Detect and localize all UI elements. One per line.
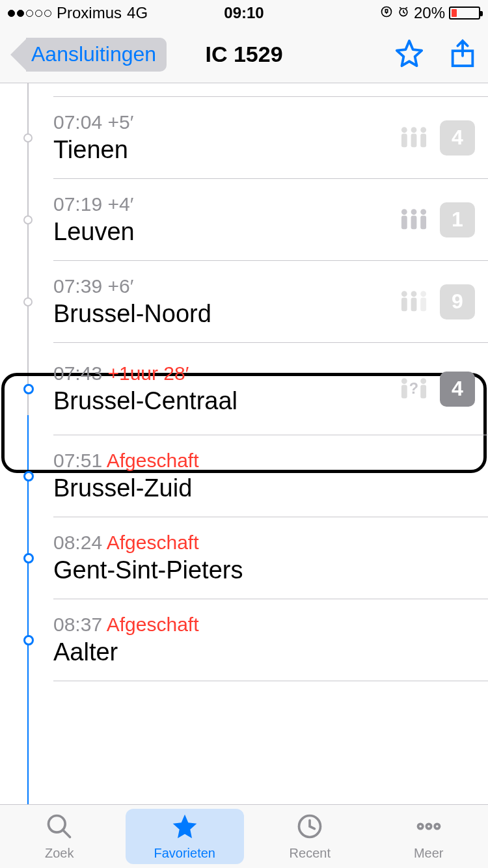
tab-label: Zoek xyxy=(45,846,74,861)
search-icon xyxy=(45,812,74,843)
stop-name-label: Brussel-Noord xyxy=(53,300,400,328)
stop-time-label: 08:24 Afgeschaft xyxy=(53,532,475,554)
svg-rect-12 xyxy=(411,215,417,229)
share-button[interactable] xyxy=(448,38,478,71)
favorite-button[interactable] xyxy=(394,38,424,71)
svg-point-7 xyxy=(420,127,426,133)
occupancy-icon: ? xyxy=(400,373,428,405)
platform-badge: 9 xyxy=(440,284,475,319)
signal-strength-icon xyxy=(8,10,51,17)
svg-rect-14 xyxy=(420,215,426,229)
stop-time-label: 08:37 Afgeschaft xyxy=(53,614,475,636)
stop-row[interactable]: 08:37 Afgeschaft Aalter xyxy=(53,599,488,681)
stop-row[interactable]: 07:43 +1uur 28′ Brussel-Centraal ? 4 xyxy=(53,343,488,435)
stop-time-label: 07:39 +6′ xyxy=(53,275,400,297)
stop-time-label: 07:43 +1uur 28′ xyxy=(53,362,400,385)
svg-rect-10 xyxy=(401,215,407,229)
stop-delay-label: +1uur 28′ xyxy=(107,362,189,384)
svg-point-3 xyxy=(401,127,407,133)
svg-point-30 xyxy=(435,824,439,828)
platform-badge: 4 xyxy=(440,120,475,156)
more-icon xyxy=(414,812,443,843)
stop-delay-label: +4′ xyxy=(107,193,133,215)
battery-icon xyxy=(449,7,480,20)
stop-delay-label: Afgeschaft xyxy=(107,532,199,553)
stop-delay-label: Afgeschaft xyxy=(107,450,199,471)
tab-bar: Zoek Favorieten Recent Meer xyxy=(0,804,488,868)
occupancy-icon xyxy=(400,286,428,318)
star-icon xyxy=(170,812,199,843)
stop-delay-label: Afgeschaft xyxy=(107,614,199,635)
svg-rect-20 xyxy=(420,297,426,311)
nav-bar: Aansluitingen IC 1529 xyxy=(0,26,488,83)
status-bar: Proximus 4G 09:10 20% xyxy=(0,0,488,26)
orientation-lock-icon xyxy=(380,4,393,22)
back-button-label: Aansluitingen xyxy=(26,38,167,72)
stop-name-label: Leuven xyxy=(53,218,400,246)
stop-dot-icon xyxy=(23,635,34,645)
stop-row[interactable]: 08:24 Afgeschaft Gent-Sint-Pieters xyxy=(53,517,488,599)
occupancy-icon xyxy=(400,204,428,236)
stop-dot-icon xyxy=(23,297,33,306)
svg-point-21 xyxy=(401,378,407,384)
stop-row[interactable]: 07:04 +5′ Tienen 4 xyxy=(53,96,488,179)
svg-rect-24 xyxy=(420,385,426,398)
tab-label: Recent xyxy=(290,846,331,861)
svg-text:?: ? xyxy=(409,379,418,396)
tab-label: Favorieten xyxy=(154,846,216,861)
svg-rect-4 xyxy=(401,133,407,147)
carrier-label: Proximus xyxy=(57,4,122,22)
stop-row[interactable]: 07:39 +6′ Brussel-Noord 9 xyxy=(53,261,488,343)
svg-rect-6 xyxy=(411,133,417,147)
stop-time-label: 07:51 Afgeschaft xyxy=(53,450,475,472)
stop-name-label: Gent-Sint-Pieters xyxy=(53,556,475,584)
svg-point-23 xyxy=(420,378,426,384)
stop-dot-icon xyxy=(23,384,34,394)
svg-point-28 xyxy=(418,824,422,828)
stop-name-label: Brussel-Centraal xyxy=(53,387,400,415)
svg-point-19 xyxy=(420,291,426,297)
svg-rect-16 xyxy=(401,297,407,311)
platform-badge: 1 xyxy=(440,202,475,237)
svg-point-13 xyxy=(420,209,426,215)
stop-time-label: 07:04 +5′ xyxy=(53,111,400,133)
svg-rect-18 xyxy=(411,297,417,311)
stop-time-label: 07:19 +4′ xyxy=(53,193,400,215)
tab-more[interactable]: Meer xyxy=(370,805,489,868)
tab-favorites[interactable]: Favorieten xyxy=(126,809,245,864)
content-area[interactable]: 07:04 +5′ Tienen 4 07:19 +4′ Leuven xyxy=(0,83,488,804)
stop-dot-icon xyxy=(23,471,34,481)
stop-row[interactable]: 07:19 +4′ Leuven 1 xyxy=(53,179,488,261)
alarm-icon xyxy=(397,4,410,22)
svg-point-15 xyxy=(401,291,407,297)
tab-search[interactable]: Zoek xyxy=(0,805,119,868)
network-label: 4G xyxy=(127,4,148,22)
stop-name-label: Tienen xyxy=(53,136,400,164)
svg-point-9 xyxy=(401,209,407,215)
stop-row[interactable]: 07:51 Afgeschaft Brussel-Zuid xyxy=(53,435,488,517)
status-left: Proximus 4G xyxy=(8,4,148,22)
svg-point-11 xyxy=(411,209,417,215)
status-right: 20% xyxy=(380,4,480,22)
tab-label: Meer xyxy=(414,846,444,861)
stop-name-label: Brussel-Zuid xyxy=(53,474,475,502)
stop-delay-label: +5′ xyxy=(107,111,133,133)
svg-point-5 xyxy=(411,127,417,133)
stop-delay-label: +6′ xyxy=(107,275,133,297)
battery-pct-label: 20% xyxy=(414,4,445,22)
stop-dot-icon xyxy=(23,215,33,224)
tab-recent[interactable]: Recent xyxy=(251,805,370,868)
svg-rect-8 xyxy=(420,133,426,147)
occupancy-icon xyxy=(400,122,428,154)
platform-badge: 4 xyxy=(440,372,475,407)
stop-name-label: Aalter xyxy=(53,638,475,666)
clock-icon xyxy=(295,812,324,843)
stop-list: 07:04 +5′ Tienen 4 07:19 +4′ Leuven xyxy=(0,96,488,681)
svg-point-29 xyxy=(426,824,431,828)
page-title: IC 1529 xyxy=(205,42,282,67)
stop-dot-icon xyxy=(23,553,34,563)
clock-label: 09:10 xyxy=(224,4,264,22)
back-button[interactable]: Aansluitingen xyxy=(10,38,167,72)
svg-point-17 xyxy=(411,291,417,297)
svg-rect-22 xyxy=(401,385,407,398)
